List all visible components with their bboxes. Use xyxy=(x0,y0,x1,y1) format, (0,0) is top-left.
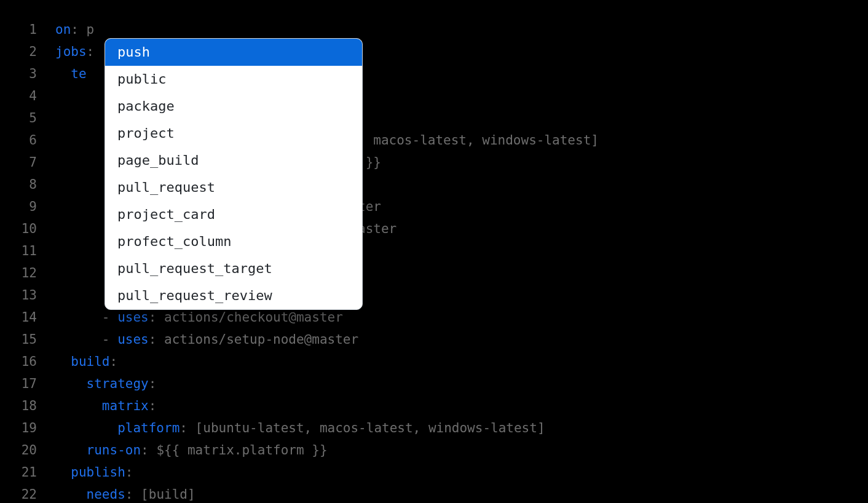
line-number: 13 xyxy=(0,284,37,306)
indent xyxy=(55,66,71,81)
line-number: 22 xyxy=(0,483,37,503)
yaml-key: matrix xyxy=(102,398,149,413)
line-number: 1 xyxy=(0,18,37,41)
yaml-punct: : xyxy=(125,487,141,502)
yaml-punct: : xyxy=(149,398,157,413)
autocomplete-item-profect-column[interactable]: profect_column xyxy=(105,228,362,255)
code-line[interactable]: strategy: xyxy=(55,373,868,395)
yaml-key: te xyxy=(71,66,86,81)
autocomplete-item-pull-request-target[interactable]: pull_request_target xyxy=(105,255,362,282)
code-line[interactable]: matrix: xyxy=(55,395,868,417)
yaml-punct: : xyxy=(149,376,157,391)
yaml-value: [build] xyxy=(141,487,195,502)
yaml-punct: : xyxy=(71,22,86,37)
line-number: 7 xyxy=(0,151,37,173)
autocomplete-popup[interactable]: push public package project page_build p… xyxy=(105,38,363,310)
yaml-key: strategy xyxy=(87,376,149,391)
line-number-gutter: 1 2 3 4 5 6 7 8 9 10 11 12 13 14 15 16 1… xyxy=(0,18,55,503)
yaml-punct: : xyxy=(110,354,118,369)
indent xyxy=(55,310,102,325)
yaml-punct: : xyxy=(125,465,133,480)
code-line[interactable]: publish: xyxy=(55,461,868,483)
autocomplete-item-pull-request[interactable]: pull_request xyxy=(105,174,362,201)
yaml-value: actions/setup-node@master xyxy=(164,332,358,347)
indent xyxy=(55,398,102,413)
line-number: 19 xyxy=(0,417,37,439)
indent xyxy=(55,376,87,391)
line-number: 8 xyxy=(0,173,37,196)
yaml-punct: : xyxy=(149,332,164,347)
line-number: 18 xyxy=(0,395,37,417)
line-number: 5 xyxy=(0,107,37,129)
autocomplete-item-project[interactable]: project xyxy=(105,120,362,147)
line-number: 11 xyxy=(0,240,37,262)
indent xyxy=(55,487,87,502)
line-number: 20 xyxy=(0,439,37,461)
line-number: 3 xyxy=(0,63,37,85)
yaml-punct: : xyxy=(87,44,95,59)
line-number: 17 xyxy=(0,373,37,395)
code-line[interactable]: needs: [build] xyxy=(55,483,868,503)
yaml-value: p xyxy=(87,22,95,37)
line-number: 15 xyxy=(0,328,37,351)
line-number: 6 xyxy=(0,129,37,151)
yaml-punct: : xyxy=(141,443,156,457)
yaml-key: uses xyxy=(117,332,149,347)
yaml-value: [ubuntu-latest, macos-latest, windows-la… xyxy=(195,421,545,435)
autocomplete-item-package[interactable]: package xyxy=(105,93,362,120)
indent xyxy=(55,354,71,369)
code-line[interactable]: build: xyxy=(55,351,868,373)
line-number: 4 xyxy=(0,85,37,107)
yaml-key: platform xyxy=(117,421,180,435)
line-number: 16 xyxy=(0,351,37,373)
yaml-dash: - xyxy=(102,310,117,325)
autocomplete-item-project-card[interactable]: project_card xyxy=(105,201,362,228)
indent xyxy=(55,332,102,347)
yaml-punct: : xyxy=(149,310,164,325)
yaml-dash: - xyxy=(102,332,117,347)
autocomplete-item-pull-request-review[interactable]: pull_request_review xyxy=(105,282,362,309)
yaml-key: publish xyxy=(71,465,125,480)
yaml-key: jobs xyxy=(55,44,87,59)
yaml-value: actions/checkout@master xyxy=(164,310,343,325)
yaml-value: ${{ matrix.platform }} xyxy=(156,443,327,457)
indent xyxy=(55,465,71,480)
code-line[interactable]: platform: [ubuntu-latest, macos-latest, … xyxy=(55,417,868,439)
autocomplete-item-public[interactable]: public xyxy=(105,66,362,93)
yaml-key: runs-on xyxy=(87,443,141,457)
yaml-key: uses xyxy=(117,310,149,325)
code-line[interactable]: on: p xyxy=(55,18,868,41)
autocomplete-item-push[interactable]: push xyxy=(105,39,362,66)
yaml-key: on xyxy=(55,22,71,37)
line-number: 9 xyxy=(0,196,37,218)
code-content[interactable]: on: p jobs: te , macos-latest, windows-l… xyxy=(55,18,868,503)
code-editor[interactable]: 1 2 3 4 5 6 7 8 9 10 11 12 13 14 15 16 1… xyxy=(0,0,868,503)
line-number: 2 xyxy=(0,41,37,63)
indent xyxy=(55,421,117,435)
autocomplete-item-page-build[interactable]: page_build xyxy=(105,147,362,174)
yaml-punct: : xyxy=(180,421,195,435)
code-line[interactable]: - uses: actions/setup-node@master xyxy=(55,328,868,351)
line-number: 10 xyxy=(0,218,37,240)
code-line[interactable]: runs-on: ${{ matrix.platform }} xyxy=(55,439,868,461)
indent xyxy=(55,443,87,457)
yaml-key: needs xyxy=(87,487,125,502)
line-number: 12 xyxy=(0,262,37,284)
line-number: 14 xyxy=(0,306,37,328)
line-number: 21 xyxy=(0,461,37,483)
yaml-key: build xyxy=(71,354,109,369)
